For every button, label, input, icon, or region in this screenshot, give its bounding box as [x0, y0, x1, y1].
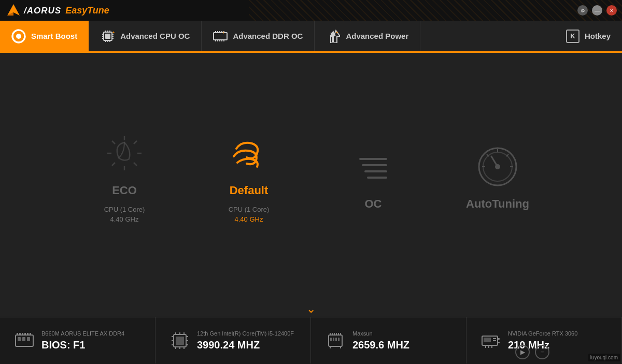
cpu-icon [170, 331, 190, 351]
cpu-name: 12th Gen Intel(R) Core(TM) i5-12400F [197, 330, 294, 337]
main-content: ECO CPU (1 Core) 4.40 GHz Default CPU (1… [0, 53, 622, 301]
svg-text:+: + [222, 31, 224, 35]
power-icon: + [326, 29, 341, 43]
cpu-oc-icon: + [101, 29, 115, 43]
svg-point-3 [16, 34, 21, 39]
bios-version: BIOS: F1 [41, 339, 124, 351]
ram-icon [326, 331, 345, 351]
bios-icon [15, 331, 34, 351]
play-button[interactable]: ▶ [515, 345, 530, 359]
oc-icon [350, 143, 397, 190]
svg-rect-62 [27, 333, 29, 335]
eco-label: ECO [112, 184, 137, 197]
modes-row: ECO CPU (1 Core) 4.40 GHz Default CPU (1… [0, 130, 622, 225]
svg-rect-87 [338, 333, 339, 335]
svg-rect-19 [214, 33, 227, 40]
svg-line-40 [112, 163, 115, 166]
svg-line-37 [112, 141, 115, 144]
svg-line-38 [134, 163, 137, 166]
eco-sub: CPU (1 Core) 4.40 GHz [104, 205, 145, 225]
svg-rect-29 [223, 40, 224, 41]
minimize-button[interactable]: — [592, 5, 602, 16]
svg-rect-28 [221, 40, 222, 41]
mode-eco[interactable]: ECO CPU (1 Core) 4.40 GHz [83, 130, 166, 225]
title-controls: ⚙ — ✕ [577, 5, 617, 16]
tab-smart-boost[interactable]: Smart Boost [0, 21, 89, 51]
tab-hotkey[interactable]: K Hotkey [555, 21, 622, 51]
tab-bar: Smart Boost + Advanced CPU O [0, 21, 622, 53]
tab-advanced-power[interactable]: + Advanced Power [315, 21, 420, 51]
cpu-text: 12th Gen Intel(R) Core(TM) i5-12400F 399… [197, 330, 294, 351]
svg-rect-95 [498, 338, 500, 340]
tab-advanced-cpu-oc[interactable]: + Advanced CPU OC [89, 21, 202, 51]
svg-rect-25 [215, 40, 216, 41]
easytune-text: EasyTune [65, 5, 109, 16]
svg-line-39 [134, 141, 137, 144]
watermark: luyouqi.com [588, 354, 620, 361]
svg-rect-60 [22, 333, 23, 335]
default-label: Default [230, 184, 268, 197]
svg-rect-65 [176, 337, 184, 345]
svg-rect-82 [338, 338, 340, 341]
svg-rect-58 [17, 333, 18, 335]
svg-rect-83 [330, 333, 331, 335]
cpu-speed: 3990.24 MHZ [197, 339, 294, 351]
chevron-down-icon: ⌄ [306, 303, 316, 315]
svg-rect-61 [24, 333, 26, 335]
default-sub: CPU (1 Core) 4.40 GHz [229, 205, 270, 225]
tab-smart-boost-label: Smart Boost [31, 32, 77, 40]
svg-rect-56 [22, 337, 25, 341]
status-bar: B660M AORUS ELITE AX DDR4 BIOS: F1 [0, 317, 622, 363]
svg-rect-90 [340, 346, 341, 348]
autotuning-icon [474, 143, 521, 190]
aorus-text: /AORUS [24, 5, 61, 16]
svg-rect-89 [330, 346, 331, 348]
mode-default[interactable]: Default CPU (1 Core) 4.40 GHz [207, 130, 290, 225]
svg-rect-80 [333, 338, 334, 341]
hotkey-icon: K [566, 30, 579, 43]
svg-rect-5 [105, 34, 110, 39]
tab-hotkey-label: Hotkey [585, 32, 611, 40]
ddr-oc-icon: + [213, 29, 228, 43]
svg-rect-59 [19, 333, 21, 335]
svg-point-48 [495, 164, 500, 169]
tab-advanced-power-label: Advanced Power [346, 32, 408, 40]
ram-speed: 2659.6 MHZ [352, 339, 409, 351]
settings-button[interactable]: ⚙ [577, 5, 588, 16]
smart-boost-icon [11, 29, 26, 43]
svg-rect-57 [27, 337, 30, 341]
bios-board-name: B660M AORUS ELITE AX DDR4 [41, 330, 124, 337]
svg-rect-84 [332, 333, 333, 335]
svg-rect-88 [340, 333, 341, 335]
aorus-logo: /AORUS [5, 3, 61, 18]
bios-text: B660M AORUS ELITE AX DDR4 BIOS: F1 [41, 330, 124, 351]
close-button[interactable]: ✕ [606, 5, 617, 16]
mode-autotuning[interactable]: AutoTuning [456, 143, 539, 211]
gpu-name: NVIDIA GeForce RTX 3060 [508, 330, 577, 337]
svg-rect-20 [215, 31, 216, 33]
svg-rect-26 [217, 40, 218, 41]
svg-rect-21 [217, 31, 218, 33]
svg-rect-22 [219, 31, 220, 33]
mode-oc[interactable]: OC [332, 143, 415, 211]
logo-area: /AORUS EasyTune [5, 3, 109, 18]
title-bar: /AORUS EasyTune ⚙ — ✕ [0, 0, 622, 21]
tab-advanced-cpu-oc-label: Advanced CPU OC [120, 32, 190, 40]
gpu-icon [481, 331, 501, 351]
autotuning-label: AutoTuning [466, 197, 529, 211]
ram-text: Maxsun 2659.6 MHZ [352, 330, 409, 351]
svg-rect-63 [30, 333, 31, 335]
tab-advanced-ddr-oc-label: Advanced DDR OC [233, 32, 303, 40]
oc-label: OC [365, 197, 382, 211]
default-icon [225, 130, 272, 177]
tab-advanced-ddr-oc[interactable]: + Advanced DDR OC [202, 21, 315, 51]
status-cpu: 12th Gen Intel(R) Core(TM) i5-12400F 399… [156, 317, 311, 363]
wave-button[interactable]: ⎓ [535, 345, 549, 359]
svg-rect-96 [498, 342, 500, 343]
status-bios: B660M AORUS ELITE AX DDR4 BIOS: F1 [0, 317, 156, 363]
svg-rect-92 [484, 338, 491, 342]
svg-rect-55 [18, 337, 21, 341]
status-ram: Maxsun 2659.6 MHZ [311, 317, 466, 363]
svg-rect-27 [219, 40, 220, 41]
svg-rect-81 [335, 338, 337, 341]
